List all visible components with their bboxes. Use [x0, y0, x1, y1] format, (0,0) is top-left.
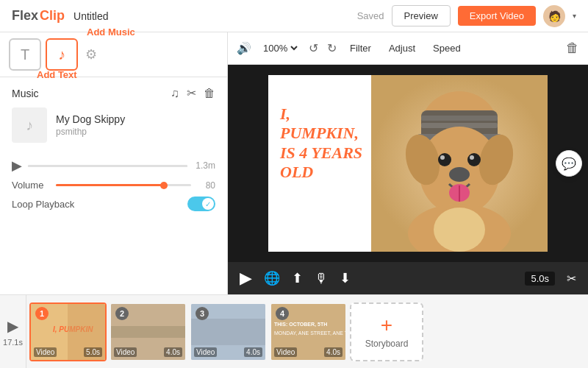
logo-flex: Flex [12, 8, 38, 24]
svg-point-12 [470, 155, 474, 160]
app-logo: FlexClip [12, 8, 65, 24]
svg-point-13 [449, 167, 470, 182]
timeline-item-4[interactable]: THIS: OCTOBER, 5TH MONDAY, ANE STREET, A… [270, 302, 347, 361]
progress-row: ▶ 1.3m [12, 158, 215, 174]
volume-track[interactable] [56, 184, 191, 186]
speed-button[interactable]: Speed [429, 40, 465, 57]
svg-point-10 [467, 153, 481, 166]
loop-label: Loop Playback [12, 199, 74, 210]
tl-duration-4: 4.0s [324, 347, 343, 357]
tl-num-1: 1 [35, 307, 49, 320]
volume-value: 80 [197, 180, 215, 191]
music-author: psmithp [56, 127, 125, 137]
music-thumbnail: ♪ [12, 107, 47, 143]
filter-button[interactable]: Filter [345, 40, 376, 57]
music-add-icon[interactable]: ♫ [171, 86, 179, 100]
chevron-down-icon[interactable]: ▾ [573, 12, 576, 20]
timeline: ▶ 17.1s I, PUMPKIN 1 Video 5.0s 2 Video [0, 294, 588, 368]
play-video-button[interactable]: ▶ [240, 269, 252, 288]
loop-row: Loop Playback ✓ [12, 197, 215, 211]
progress-track[interactable] [28, 165, 187, 167]
video-canvas: I, Pumpkin, Is 4 Years Old [228, 65, 588, 262]
music-duration: 1.3m [193, 160, 215, 171]
tl-duration-2: 4.0s [164, 347, 182, 357]
globe-icon[interactable]: 🌐 [264, 270, 280, 286]
music-header: Music ♫ ✂ 🗑 [12, 86, 215, 100]
add-storyboard-button[interactable]: + Storyboard [350, 302, 423, 361]
music-section-title: Music [12, 88, 39, 99]
adjust-button[interactable]: Adjust [384, 40, 420, 57]
scissors-icon[interactable]: ✂ [567, 272, 576, 286]
play-music-button[interactable]: ▶ [12, 158, 22, 174]
add-text-label: Add Text [37, 69, 77, 80]
toggle-thumb: ✓ [202, 198, 214, 210]
timeline-item-2[interactable]: 2 Video 4.0s [110, 302, 187, 361]
tl-label-3: Video [194, 347, 217, 357]
svg-text:MONDAY, ANE STREET, ANE TOWN: MONDAY, ANE STREET, ANE TOWN [274, 330, 345, 336]
avatar[interactable]: 🧑 [543, 5, 565, 27]
timeline-play-area: ▶ 17.1s [0, 295, 26, 368]
tl-num-4: 4 [276, 307, 289, 320]
svg-rect-4 [421, 116, 498, 121]
header-actions: Saved Preview Export Video 🧑 ▾ [357, 5, 576, 27]
timeline-item-1[interactable]: I, PUMPKIN 1 Video 5.0s [29, 302, 107, 361]
text-line-2: Pumpkin, [280, 124, 362, 143]
music-actions: ♫ ✂ 🗑 [171, 86, 215, 100]
plus-icon: + [381, 315, 392, 336]
add-music-label: Add Music [87, 26, 135, 38]
redo-button[interactable]: ↻ [327, 41, 337, 55]
tl-label-2: Video [114, 347, 137, 357]
svg-point-11 [440, 155, 445, 160]
project-title[interactable] [74, 10, 132, 22]
preview-button[interactable]: Preview [392, 5, 451, 26]
storyboard-label: Storyboard [365, 339, 409, 349]
music-section: Music ♫ ✂ 🗑 ♪ My Dog Skippy psmithp [0, 77, 227, 152]
svg-rect-24 [191, 319, 265, 345]
saved-status: Saved [357, 10, 384, 21]
tl-duration-3: 4.0s [244, 347, 262, 357]
main-content: T ♪ ⚙ Add Music Add Text Music ♫ ✂ 🗑 ♪ M… [0, 32, 588, 294]
chat-button[interactable]: 💬 [556, 150, 582, 177]
music-item: ♪ My Dog Skippy psmithp [12, 107, 215, 143]
volume-label: Volume [12, 180, 50, 191]
download-icon[interactable]: ⬇ [340, 270, 351, 286]
export-button[interactable]: Export Video [458, 6, 536, 26]
add-music-tab[interactable]: ♪ [46, 38, 78, 71]
playback-controls: ▶ 1.3m Volume 80 Loop Playback ✓ [0, 152, 227, 217]
text-line-1: I, [280, 105, 362, 124]
mic-icon[interactable]: 🎙 [315, 271, 328, 286]
undo-button[interactable]: ↺ [309, 41, 318, 55]
tab-bar: T ♪ ⚙ Add Music Add Text [0, 32, 227, 77]
logo-clip: Clip [40, 8, 65, 24]
settings-icon[interactable]: ⚙ [85, 46, 97, 63]
text-line-4: Old [280, 163, 362, 182]
add-text-tab[interactable]: T [9, 38, 41, 71]
tl-label-4: Video [274, 347, 297, 357]
time-badge: 5.0s [525, 272, 555, 286]
tl-duration-1: 5.0s [84, 347, 102, 357]
music-name: My Dog Skippy [56, 113, 125, 125]
share-icon[interactable]: ⬆ [292, 270, 303, 286]
timeline-play-button[interactable]: ▶ [7, 317, 18, 335]
video-frame: I, Pumpkin, Is 4 Years Old [268, 75, 548, 252]
volume-thumb [160, 182, 168, 189]
svg-text:THIS: OCTOBER, 5TH: THIS: OCTOBER, 5TH [274, 322, 327, 328]
music-cut-icon[interactable]: ✂ [187, 86, 196, 100]
delete-button[interactable]: 🗑 [566, 40, 579, 56]
timeline-items: I, PUMPKIN 1 Video 5.0s 2 Video 4.0s [26, 295, 426, 368]
video-toolbar: 🔊 100% 75% 50% ↺ ↻ Filter Adjust Speed 🗑 [228, 32, 588, 65]
zoom-select[interactable]: 100% 75% 50% [260, 42, 300, 54]
music-delete-icon[interactable]: 🗑 [204, 86, 215, 100]
svg-point-17 [434, 208, 485, 252]
tl-label-1: Video [34, 347, 57, 357]
right-panel: 🔊 100% 75% 50% ↺ ↻ Filter Adjust Speed 🗑… [228, 32, 588, 294]
timeline-item-3[interactable]: 3 Video 4.0s [190, 302, 267, 361]
timeline-duration: 17.1s [3, 338, 23, 347]
dog-photo [371, 75, 548, 252]
volume-icon[interactable]: 🔊 [237, 41, 251, 55]
tl-num-3: 3 [196, 307, 209, 320]
tl-num-2: 2 [115, 307, 129, 320]
loop-toggle[interactable]: ✓ [187, 197, 215, 211]
progress-fill [28, 165, 187, 167]
svg-point-9 [438, 153, 451, 166]
